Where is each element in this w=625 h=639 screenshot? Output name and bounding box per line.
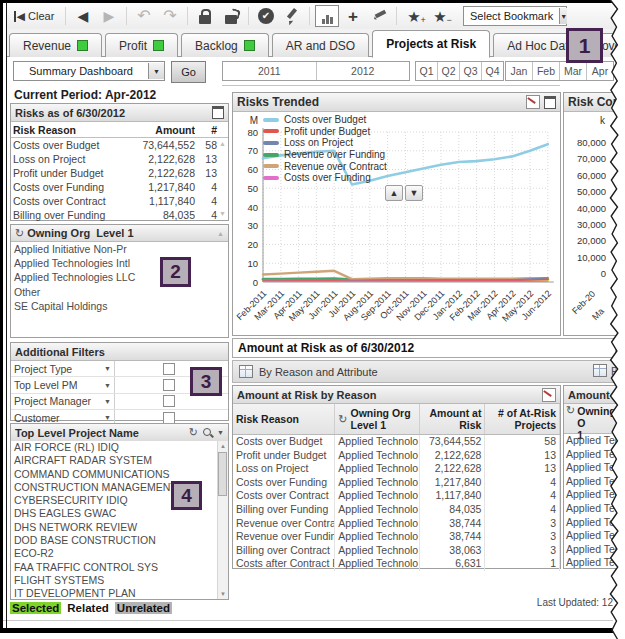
table-row[interactable]: Loss on Project 2,122,628 13 xyxy=(11,152,228,166)
quarter-option[interactable]: Q1 xyxy=(416,62,438,80)
table-row[interactable]: Costs over Contract 1,117,840 4 xyxy=(11,194,228,208)
col-count[interactable]: # xyxy=(195,124,217,136)
list-item[interactable]: COMMAND COMMUNICATIONS xyxy=(11,468,218,481)
list-item[interactable]: DOD BASE CONSTRUCTION xyxy=(11,534,218,547)
bookmark-select[interactable]: Select Bookmark ▼ xyxy=(463,6,567,26)
risks-summary-caption[interactable]: Risks as of 6/30/2012 xyxy=(11,104,228,122)
legend-entry[interactable]: Loss on Project xyxy=(263,137,387,149)
year-option[interactable]: 2011 xyxy=(223,62,317,80)
back-button[interactable]: ◀ xyxy=(70,5,96,27)
table-row[interactable]: Costs over Funding 1,217,840 4 xyxy=(11,180,228,194)
sheet-tab[interactable]: Revenue xyxy=(9,33,102,57)
cyclic-group-icon[interactable]: ↻ xyxy=(338,414,347,425)
table-row[interactable]: Applied Tec xyxy=(564,556,618,570)
table-row[interactable]: Revenue over Fundin Applied Technolo 38,… xyxy=(233,530,560,544)
scroll-down-button[interactable]: ▼ xyxy=(405,185,423,201)
table-row[interactable]: Profit under Budget Applied Technolo 2,1… xyxy=(233,449,560,463)
export-icon[interactable] xyxy=(542,388,556,402)
quarter-option[interactable]: Q2 xyxy=(438,62,460,80)
month-option[interactable]: Mar xyxy=(560,62,587,80)
amount-right-caption[interactable]: Amount at R xyxy=(564,386,618,404)
list-item[interactable]: AIRCRAFT RADAR SYSTEM xyxy=(11,454,218,467)
col-owning-org[interactable]: ↻ Owning Org Level 1 xyxy=(335,404,419,434)
restore-window-icon[interactable] xyxy=(212,106,224,119)
month-option[interactable]: Apr xyxy=(587,62,613,80)
owning-org-caption[interactable]: ↻ Owning Org Level 1 ▲ xyxy=(11,225,228,242)
legend-entry[interactable]: Revenue over Funding xyxy=(263,149,387,161)
scroll-down-icon[interactable]: ▼ xyxy=(218,589,228,599)
table-row[interactable]: Costs after Contract E Applied Technolo … xyxy=(233,557,560,571)
mode-label[interactable]: By Reason and Attribute xyxy=(259,366,378,378)
table-row[interactable]: Applied Tec xyxy=(564,475,618,489)
table-row[interactable]: Applied Tec xyxy=(564,502,618,516)
annotate-button[interactable] xyxy=(366,5,392,27)
legend-entry[interactable]: Revenue over Contract xyxy=(263,160,387,172)
list-item[interactable]: Applied Technologies LLC xyxy=(11,270,228,284)
filter-dropdown[interactable]: Top Level PM ▼ xyxy=(11,377,115,392)
forward-button[interactable]: ▶ xyxy=(96,5,122,27)
scroll-up-button[interactable]: ▲ xyxy=(385,185,403,201)
table-row[interactable]: Billing over Contract Applied Technolo 3… xyxy=(233,544,560,558)
table-row[interactable]: Costs over Budget 73,644,552 58 xyxy=(11,138,228,152)
filter-dropdown[interactable]: Project Type ▼ xyxy=(11,361,115,376)
legend-entry[interactable]: Costs over Funding xyxy=(263,172,387,184)
filter-checkbox[interactable] xyxy=(163,379,175,391)
clear-selections-button[interactable]: ◀ Clear xyxy=(7,5,61,27)
scroll-up-icon[interactable]: ▲ xyxy=(219,140,226,147)
chart-tool-button[interactable] xyxy=(314,5,340,27)
sheet-tab[interactable]: Projects at Risk xyxy=(372,30,490,58)
list-item[interactable]: Applied Initiative Non-Pr xyxy=(11,242,228,256)
redo-button[interactable]: ↷ xyxy=(157,5,183,27)
restore-window-icon[interactable] xyxy=(544,96,556,109)
col-amount-at-risk[interactable]: Amount at Risk xyxy=(420,404,486,434)
amount-by-reason-caption[interactable]: Amount at Risk by Reason xyxy=(233,386,560,404)
table-row[interactable]: Costs over Budget Applied Technolo 73,64… xyxy=(233,435,560,449)
report-selector[interactable]: Summary Dashboard ▼ xyxy=(13,61,165,81)
remove-bookmark-button[interactable]: ★− xyxy=(427,5,453,27)
legend-entry[interactable]: Costs over Budget xyxy=(263,114,387,126)
list-item[interactable]: IT DEVELOPMENT PLAN xyxy=(11,587,218,599)
table-row[interactable]: Applied Tec xyxy=(564,434,618,448)
sheet-tab[interactable]: Profit xyxy=(105,33,178,57)
list-item[interactable]: FAA TRAFFIC CONTROL SYS xyxy=(11,561,218,574)
project-name-caption[interactable]: Top Level Project Name ↻ ▼ xyxy=(11,424,228,442)
sheet-tab[interactable]: AR and DSO xyxy=(272,33,369,57)
risk-con-caption[interactable]: Risk Con xyxy=(564,93,618,112)
year-option[interactable]: 2012 xyxy=(317,62,410,80)
list-item[interactable]: FLIGHT SYSTEMS xyxy=(11,574,218,587)
table-row[interactable]: Costs over Funding Applied Technolo 1,21… xyxy=(233,476,560,490)
add-bookmark-button[interactable]: ★+ xyxy=(401,5,427,27)
month-option[interactable]: Feb xyxy=(533,62,560,80)
export-icon[interactable] xyxy=(526,95,540,109)
col-amount[interactable]: Amount xyxy=(129,124,195,136)
sheet-tab[interactable]: Backlog xyxy=(181,33,269,57)
list-item[interactable]: Applied Technologies Intl xyxy=(11,256,228,270)
list-item[interactable]: Other xyxy=(11,285,228,299)
list-item[interactable]: SE Capital Holdings xyxy=(11,299,228,313)
table-row[interactable]: Billing over Funding 84,035 4 xyxy=(11,208,228,222)
search-icon[interactable] xyxy=(202,427,213,438)
lock-button[interactable] xyxy=(192,5,218,27)
col-risk-reason[interactable]: Risk Reason xyxy=(13,124,129,136)
table-row[interactable]: Applied Tec xyxy=(564,488,618,502)
table-row[interactable]: Applied Tec xyxy=(564,516,618,530)
risks-trended-caption[interactable]: Risks Trended xyxy=(233,93,560,112)
quarter-option[interactable]: Q3 xyxy=(460,62,482,80)
filter-dropdown[interactable]: Project Manager ▼ xyxy=(11,394,115,409)
cyclic-group-icon[interactable]: ↻ xyxy=(15,228,24,239)
scrollbar[interactable]: ▲ ▼ xyxy=(217,441,228,599)
table-row[interactable]: Revenue over Contra Applied Technolo 38,… xyxy=(233,517,560,531)
list-item[interactable]: DHS NETWORK REVIEW xyxy=(11,521,218,534)
scrollbar-thumb[interactable] xyxy=(218,452,227,496)
list-item[interactable]: AIR FORCE (RL) IDIQ xyxy=(11,441,218,454)
apply-selection-button[interactable]: ✔ xyxy=(253,5,279,27)
table-row[interactable]: Applied Tec xyxy=(564,529,618,543)
col-at-risk-projects[interactable]: # of At-Risk Projects xyxy=(485,404,560,434)
legend-entry[interactable]: Profit under Budget xyxy=(263,126,387,138)
mode-bar-right-tab[interactable]: Ris xyxy=(593,364,625,377)
unlock-button[interactable] xyxy=(218,5,244,27)
col-risk-reason[interactable]: Risk Reason xyxy=(233,404,335,434)
table-row[interactable]: Applied Tec xyxy=(564,461,618,475)
table-row[interactable]: Profit under Budget 2,122,628 13 xyxy=(11,166,228,180)
sheet-tab[interactable]: Ad Hoc Data Discovery xyxy=(493,33,625,57)
